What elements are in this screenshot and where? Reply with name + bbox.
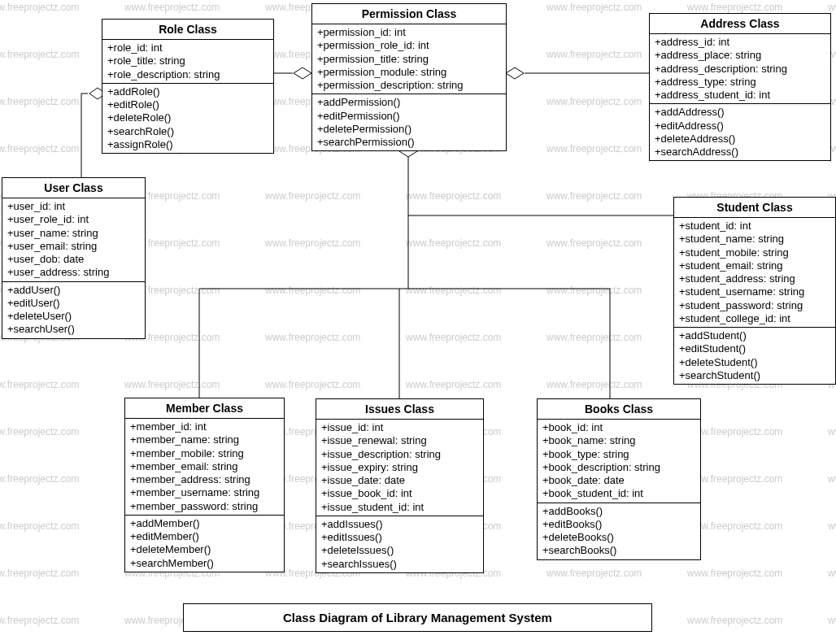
class-member-line: +editMember() — [130, 530, 279, 543]
class-member-line: +student_college_id: int — [679, 312, 830, 325]
class-member-line: +permission_title: string — [317, 53, 501, 66]
class-methods: +addPermission()+editPermission()+delete… — [312, 94, 506, 150]
class-member-line: +address_place: string — [655, 49, 825, 62]
class-member-line: +student_password: string — [679, 299, 830, 312]
class-title: User Class — [2, 178, 145, 198]
class-member-line: +editRole() — [107, 98, 268, 111]
class-books: Books Class +book_id: int+book_name: str… — [537, 398, 701, 560]
class-title: Student Class — [674, 198, 835, 218]
class-member-line: +book_name: string — [542, 434, 695, 447]
class-member-line: +addAddress() — [655, 106, 825, 119]
class-member-line: +addMember() — [130, 517, 279, 530]
class-member-line: +deleteBooks() — [542, 531, 695, 544]
class-member-line: +student_id: int — [679, 220, 830, 233]
class-member-line: +role_description: string — [107, 68, 268, 81]
class-member-line: +deleteIssues() — [321, 544, 478, 557]
class-member-line: +user_email: string — [7, 240, 140, 253]
class-member-line: +searchMember() — [130, 557, 279, 570]
class-member-line: +deletePermission() — [317, 123, 501, 136]
class-student: Student Class +student_id: int+student_n… — [673, 197, 836, 385]
class-member-line: +address_id: int — [655, 36, 825, 49]
class-member-line: +permission_id: int — [317, 26, 501, 39]
class-member-line: +permission_module: string — [317, 66, 501, 79]
class-methods: +addAddress()+editAddress()+deleteAddres… — [650, 104, 830, 160]
class-member-line: +searchStudent() — [679, 369, 830, 382]
class-member-line: +deleteAddress() — [655, 133, 825, 146]
class-attrs: +role_id: int+role_title: string+role_de… — [102, 40, 273, 84]
class-member-line: +deleteStudent() — [679, 356, 830, 369]
class-member-line: +issue_renewal: string — [321, 434, 478, 447]
class-user: User Class +user_id: int+user_role_id: i… — [2, 177, 146, 339]
class-member-line: +member_email: string — [130, 460, 279, 473]
class-member-line: +member_address: string — [130, 473, 279, 486]
class-title: Permission Class — [312, 4, 506, 24]
class-member-line: +user_address: string — [7, 266, 140, 279]
class-member-line: +deleteRole() — [107, 111, 268, 124]
class-member-line: +editPermission() — [317, 110, 501, 123]
class-member-line: +user_id: int — [7, 200, 140, 213]
class-title: Role Class — [102, 20, 273, 40]
class-member-line: +permission_description: string — [317, 79, 501, 92]
class-member-line: +editUser() — [7, 297, 140, 310]
class-attrs: +student_id: int+student_name: string+st… — [674, 218, 835, 328]
class-member: Member Class +member_id: int+member_name… — [124, 398, 285, 572]
class-member-line: +searchIssues() — [321, 558, 478, 571]
class-permission: Permission Class +permission_id: int+per… — [311, 3, 507, 151]
class-member-line: +student_username: string — [679, 285, 830, 298]
class-member-line: +editStudent() — [679, 342, 830, 355]
class-member-line: +searchUser() — [7, 323, 140, 336]
class-attrs: +permission_id: int+permission_role_id: … — [312, 24, 506, 94]
class-member-line: +book_type: string — [542, 448, 695, 461]
class-member-line: +role_id: int — [107, 41, 268, 54]
class-member-line: +member_id: int — [130, 420, 279, 433]
class-member-line: +addIssues() — [321, 518, 478, 531]
class-member-line: +user_name: string — [7, 227, 140, 240]
class-member-line: +member_username: string — [130, 486, 279, 499]
class-attrs: +book_id: int+book_name: string+book_typ… — [538, 420, 700, 503]
class-member-line: +addBooks() — [542, 505, 695, 518]
class-member-line: +book_student_id: int — [542, 487, 695, 500]
class-member-line: +address_student_id: int — [655, 89, 825, 102]
class-member-line: +member_name: string — [130, 433, 279, 446]
class-attrs: +member_id: int+member_name: string+memb… — [125, 419, 284, 516]
class-member-line: +student_mobile: string — [679, 246, 830, 259]
class-member-line: +editAddress() — [655, 120, 825, 133]
class-member-line: +issue_description: string — [321, 448, 478, 461]
class-member-line: +address_type: string — [655, 76, 825, 89]
diagram-title: Class Diagram of Library Management Syst… — [183, 603, 652, 632]
class-attrs: +address_id: int+address_place: string+a… — [650, 34, 830, 104]
class-address: Address Class +address_id: int+address_p… — [649, 13, 831, 161]
class-methods: +addRole()+editRole()+deleteRole()+searc… — [102, 84, 273, 153]
class-member-line: +searchBooks() — [542, 544, 695, 557]
class-role: Role Class +role_id: int+role_title: str… — [102, 19, 274, 154]
class-title: Address Class — [650, 14, 830, 34]
class-member-line: +book_description: string — [542, 461, 695, 474]
class-member-line: +book_id: int — [542, 421, 695, 434]
class-member-line: +address_description: string — [655, 63, 825, 76]
class-member-line: +permission_role_id: int — [317, 39, 501, 52]
svg-marker-5 — [506, 67, 524, 79]
class-member-line: +searchRole() — [107, 125, 268, 138]
class-member-line: +addRole() — [107, 85, 268, 98]
class-attrs: +issue_id: int+issue_renewal: string+iss… — [316, 420, 483, 516]
class-member-line: +assignRole() — [107, 138, 268, 151]
class-member-line: +member_mobile: string — [130, 447, 279, 460]
class-member-line: +deleteUser() — [7, 310, 140, 323]
class-methods: +addStudent()+editStudent()+deleteStuden… — [674, 328, 835, 384]
class-member-line: +editBooks() — [542, 518, 695, 531]
class-methods: +addUser()+editUser()+deleteUser()+searc… — [2, 282, 145, 338]
class-title: Books Class — [538, 399, 700, 420]
class-member-line: +editIssues() — [321, 531, 478, 544]
class-member-line: +user_dob: date — [7, 253, 140, 266]
class-member-line: +issue_student_id: int — [321, 501, 478, 514]
class-member-line: +user_role_id: int — [7, 213, 140, 226]
class-member-line: +deleteMember() — [130, 543, 279, 556]
class-member-line: +issue_id: int — [321, 421, 478, 434]
class-issues: Issues Class +issue_id: int+issue_renewa… — [316, 398, 484, 573]
class-member-line: +member_password: string — [130, 500, 279, 513]
class-title: Member Class — [125, 398, 284, 419]
svg-marker-3 — [294, 67, 311, 79]
class-member-line: +addStudent() — [679, 329, 830, 342]
class-member-line: +issue_date: date — [321, 474, 478, 487]
class-methods: +addMember()+editMember()+deleteMember()… — [125, 516, 284, 572]
